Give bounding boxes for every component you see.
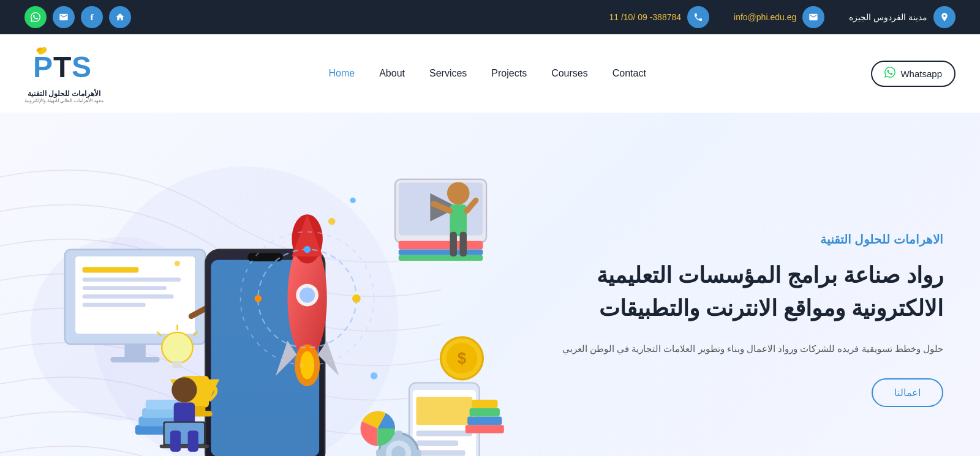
svg-point-37 [352, 294, 361, 303]
svg-point-30 [300, 287, 315, 302]
nav-link-about[interactable]: About [379, 68, 405, 78]
svg-rect-66 [399, 255, 483, 261]
nav-link-projects[interactable]: Projects [491, 68, 527, 78]
nav-link-services[interactable]: Services [429, 68, 467, 78]
email-icon [802, 6, 824, 28]
logo-svg: P T S [30, 43, 97, 89]
svg-rect-10 [83, 286, 167, 290]
email-item: info@phi.edu.eg [734, 6, 824, 28]
svg-text:T: T [53, 51, 71, 83]
phone-text: 388784- 09 /10/ 11 [609, 12, 681, 22]
nav-link-contact[interactable]: Contact [612, 68, 646, 78]
hero-title: رواد صناعة برامج المؤسسات التعليمية الال… [514, 259, 943, 325]
svg-rect-64 [399, 241, 483, 250]
logo: P T S الأهرامات للحلول التقنية معهد الأه… [24, 43, 104, 103]
nav-item-projects[interactable]: Projects [491, 68, 527, 79]
email-text: info@phi.edu.eg [734, 12, 796, 22]
svg-text:P: P [33, 51, 53, 83]
logo-container: P T S الأهرامات للحلول التقنية معهد الأه… [24, 43, 104, 103]
svg-rect-85 [470, 408, 500, 417]
svg-rect-89 [450, 232, 456, 256]
phone-item: 388784- 09 /10/ 11 [609, 6, 709, 28]
location-icon [933, 6, 956, 28]
svg-rect-11 [83, 294, 174, 299]
nav-link-home[interactable]: Home [328, 68, 355, 78]
whatsapp-topbar-icon[interactable] [24, 6, 47, 28]
svg-rect-12 [83, 303, 146, 307]
svg-point-95 [350, 198, 356, 203]
top-bar: مدينة الفردوس الجيزه info@phi.edu.eg 388… [0, 0, 980, 34]
svg-rect-8 [83, 267, 139, 272]
hero-subtitle: الاهرامات للحلول التقنية [514, 232, 943, 247]
svg-rect-45 [172, 361, 182, 365]
svg-point-94 [328, 218, 335, 225]
svg-rect-90 [460, 232, 467, 256]
hero-content: الاهرامات للحلول التقنية رواد صناعة برام… [514, 232, 943, 407]
svg-text:S: S [72, 51, 91, 83]
nav-item-courses[interactable]: Courses [551, 68, 588, 79]
svg-point-38 [304, 246, 311, 253]
nav-item-about[interactable]: About [379, 68, 405, 79]
home-icon[interactable] [109, 6, 131, 28]
svg-rect-88 [450, 204, 467, 236]
svg-rect-65 [399, 250, 483, 255]
hero-section: الاهرامات للحلول التقنية رواد صناعة برام… [0, 113, 980, 456]
svg-rect-79 [395, 430, 402, 439]
svg-point-39 [255, 295, 262, 302]
svg-rect-60 [188, 430, 198, 451]
svg-rect-59 [170, 430, 181, 451]
logo-arabic-subtext: معهد الأهرامات العالي للتهيئة والإلكترون… [24, 98, 104, 103]
facebook-icon[interactable]: f [81, 6, 103, 28]
svg-rect-75 [416, 450, 465, 456]
whatsapp-nav-icon [884, 67, 895, 81]
svg-point-97 [371, 372, 377, 379]
svg-rect-83 [466, 425, 504, 433]
svg-rect-84 [467, 417, 502, 425]
nav-item-home[interactable]: Home [328, 68, 355, 79]
mail-icon[interactable] [53, 6, 75, 28]
svg-point-96 [175, 261, 180, 266]
svg-rect-86 [472, 400, 497, 408]
logo-arabic-text: الأهرامات للحلول التقنية [28, 89, 101, 98]
svg-rect-14 [110, 357, 159, 362]
svg-rect-72 [416, 397, 472, 425]
svg-rect-74 [416, 441, 458, 446]
svg-rect-58 [160, 444, 209, 448]
top-bar-contact-items: مدينة الفردوس الجيزه info@phi.edu.eg 388… [609, 6, 956, 28]
svg-point-44 [162, 332, 192, 363]
hero-cta-button[interactable]: اعمالنا [872, 378, 943, 407]
svg-rect-46 [172, 365, 182, 368]
hero-illustration: $ [37, 137, 514, 456]
navbar: P T S الأهرامات للحلول التقنية معهد الأه… [0, 34, 980, 113]
whatsapp-button[interactable]: Whatsapp [871, 61, 956, 87]
svg-rect-82 [413, 449, 421, 456]
svg-point-87 [447, 182, 470, 204]
svg-text:$: $ [458, 349, 466, 367]
svg-point-54 [172, 377, 197, 402]
nav-item-services[interactable]: Services [429, 68, 467, 79]
nav-link-courses[interactable]: Courses [551, 68, 588, 78]
hero-description: حلول وخطط تسويقية فريده للشركات ورواد ال… [514, 340, 943, 357]
address-text: مدينة الفردوس الجيزه [849, 12, 927, 22]
svg-rect-9 [83, 277, 181, 282]
address-item: مدينة الفردوس الجيزه [849, 6, 956, 28]
svg-rect-73 [416, 430, 472, 436]
svg-rect-13 [124, 344, 145, 358]
top-bar-social-icons: f [24, 6, 131, 28]
nav-item-contact[interactable]: Contact [612, 68, 646, 79]
illustration-svg: $ [37, 137, 514, 456]
nav-links: Home About Services Projects Courses Con… [328, 68, 646, 79]
phone-icon [687, 6, 709, 28]
svg-rect-81 [376, 449, 385, 456]
whatsapp-label: Whatsapp [900, 69, 942, 79]
